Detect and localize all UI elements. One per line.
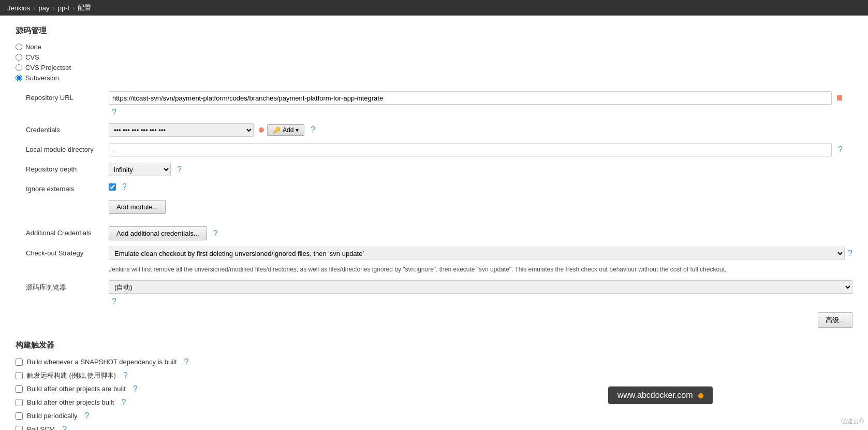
trigger-checkbox-4[interactable] — [16, 412, 23, 420]
add-btn-chevron: ▾ — [296, 126, 299, 134]
trigger-item-1: 触发远程构建 (例如,使用脚本) ? — [16, 371, 852, 380]
nav-pp-t[interactable]: pp-t — [58, 4, 69, 12]
checkout-strategy-select[interactable]: Emulate clean checkout by first deleting… — [109, 247, 845, 260]
source-control-heading: 源码管理 — [16, 26, 852, 36]
browser-help-icon[interactable]: ? — [112, 297, 116, 306]
logo-text: 亿速云© — [841, 418, 864, 425]
ignore-externals-help-icon[interactable]: ? — [122, 182, 127, 192]
local-module-row: Local module directory ? — [26, 143, 852, 156]
credentials-row: Credentials ••• ••• ••• ••• ••• ••• 🔑 Ad… — [26, 123, 852, 137]
add-additional-credentials-button[interactable]: Add additional credentials... — [109, 226, 207, 240]
local-module-control: ? — [109, 143, 852, 156]
radio-cvs-projectset[interactable]: CVS Projectset — [16, 64, 852, 71]
local-module-input[interactable] — [109, 143, 832, 156]
add-credentials-btn[interactable]: 🔑 Add ▾ — [267, 124, 304, 136]
trigger-checkbox-3[interactable] — [16, 399, 23, 406]
repo-depth-label: Repository depth — [26, 163, 109, 173]
credentials-control: ••• ••• ••• ••• ••• ••• 🔑 Add ▾ 认证用户 ? — [109, 123, 852, 137]
trigger-label-1: 触发远程构建 (例如,使用脚本) — [27, 371, 116, 380]
watermark-dot — [698, 393, 703, 398]
radio-subversion[interactable]: Subversion — [16, 74, 852, 82]
radio-cvs-input[interactable] — [16, 54, 22, 61]
checkout-strategy-label: Check-out Strategy — [26, 247, 109, 257]
checkout-strategy-desc: Jenkins will first remove all the unvers… — [109, 265, 726, 274]
browser-row: 源码库浏览器 (自动) ? — [26, 280, 852, 306]
trigger-help-1[interactable]: ? — [123, 371, 128, 380]
build-triggers-heading: 构建触发器 — [16, 340, 852, 350]
yiyuanyun-logo: 亿速云© — [841, 417, 864, 426]
radio-cvs[interactable]: CVS — [16, 53, 852, 61]
additional-credentials-help-icon[interactable]: ? — [213, 229, 218, 238]
auth-annotation-dot — [259, 127, 264, 133]
key-icon: 🔑 — [273, 126, 281, 134]
nav-sep-1: › — [33, 4, 35, 12]
repo-depth-help-icon[interactable]: ? — [177, 165, 182, 174]
svn-annotation-dot — [837, 95, 842, 101]
radio-cvs-projectset-input[interactable] — [16, 64, 22, 71]
ignore-externals-checkbox[interactable] — [109, 183, 116, 191]
repo-url-help-icon[interactable]: ? — [112, 108, 116, 117]
trigger-label-0: Build whenever a SNAPSHOT dependency is … — [27, 358, 177, 366]
add-module-wrap: Add module... — [109, 200, 852, 219]
nav-pay[interactable]: pay — [38, 4, 49, 12]
trigger-label-5: Poll SCM — [27, 425, 55, 430]
additional-credentials-control: Add additional credentials... ? — [109, 226, 852, 240]
local-module-help-icon[interactable]: ? — [838, 145, 843, 154]
browser-label: 源码库浏览器 — [26, 280, 109, 292]
radio-none-input[interactable] — [16, 44, 22, 50]
trigger-help-3[interactable]: ? — [121, 398, 126, 407]
trigger-help-5[interactable]: ? — [62, 425, 67, 430]
additional-credentials-row: Additional Credentials Add additional cr… — [26, 226, 852, 240]
radio-cvs-label: CVS — [25, 53, 39, 61]
trigger-checkbox-0[interactable] — [16, 359, 23, 366]
trigger-label-4: Build periodically — [27, 412, 78, 420]
credentials-help-icon[interactable]: ? — [311, 125, 315, 135]
local-module-label: Local module directory — [26, 143, 109, 153]
radio-cvs-projectset-label: CVS Projectset — [25, 64, 71, 71]
repo-depth-control: infinity empty files immediates unknown … — [109, 163, 852, 176]
build-triggers-section: 构建触发器 Build whenever a SNAPSHOT dependen… — [16, 340, 852, 430]
repo-url-row: Repository URL SVN路径 ? — [26, 91, 852, 117]
radio-subversion-label: Subversion — [25, 74, 59, 82]
trigger-help-4[interactable]: ? — [85, 411, 90, 421]
repo-depth-row: Repository depth infinity empty files im… — [26, 163, 852, 176]
checkout-strategy-row: Check-out Strategy Emulate clean checkou… — [26, 247, 852, 274]
trigger-help-2[interactable]: ? — [133, 384, 138, 394]
add-btn-label: Add — [283, 126, 293, 134]
repo-url-label: Repository URL — [26, 91, 109, 102]
trigger-item-2: Build after other projects are built ? — [16, 384, 852, 394]
scm-radio-group: None CVS CVS Projectset Subversion — [16, 43, 852, 82]
advanced-button[interactable]: 高级... — [818, 312, 852, 328]
trigger-checkbox-5[interactable] — [16, 426, 23, 430]
trigger-checkbox-2[interactable] — [16, 385, 23, 393]
radio-subversion-input[interactable] — [16, 75, 22, 81]
credentials-select[interactable]: ••• ••• ••• ••• ••• ••• — [109, 123, 254, 137]
main-content: 源码管理 None CVS CVS Projectset Subversion … — [0, 16, 868, 430]
trigger-item-4: Build periodically ? — [16, 411, 852, 421]
top-nav: Jenkins › pay › pp-t › 配置 — [0, 0, 868, 16]
trigger-label-3: Build after other projects built — [27, 398, 114, 406]
subversion-section: Repository URL SVN路径 ? Credentials ••• •… — [26, 91, 852, 328]
nav-jenkins[interactable]: Jenkins — [7, 4, 30, 12]
checkout-strategy-help-icon[interactable]: ? — [848, 249, 852, 258]
trigger-item-3: Build after other projects built ? — [16, 398, 852, 407]
browser-control: (自动) ? — [109, 280, 852, 306]
checkout-select-wrap: Emulate clean checkout by first deleting… — [109, 247, 852, 260]
nav-current: 配置 — [78, 3, 91, 12]
repo-url-input[interactable] — [109, 91, 832, 105]
add-module-button[interactable]: Add module... — [109, 200, 166, 214]
advanced-btn-wrap: 高级... — [26, 312, 852, 328]
ignore-externals-row: Ignore externals ? — [26, 182, 852, 193]
repo-depth-select[interactable]: infinity empty files immediates unknown — [109, 163, 171, 176]
ignore-externals-label: Ignore externals — [26, 182, 109, 193]
checkout-strategy-control: Emulate clean checkout by first deleting… — [109, 247, 852, 274]
trigger-checkbox-1[interactable] — [16, 372, 23, 379]
nav-sep-3: › — [72, 4, 75, 12]
additional-credentials-label: Additional Credentials — [26, 226, 109, 237]
credentials-label: Credentials — [26, 123, 109, 134]
browser-select[interactable]: (自动) — [109, 280, 852, 294]
trigger-help-0[interactable]: ? — [184, 357, 189, 367]
repo-url-control: SVN路径 ? — [109, 91, 852, 117]
watermark: www.abcdocker.com — [608, 386, 713, 404]
radio-none[interactable]: None — [16, 43, 852, 51]
